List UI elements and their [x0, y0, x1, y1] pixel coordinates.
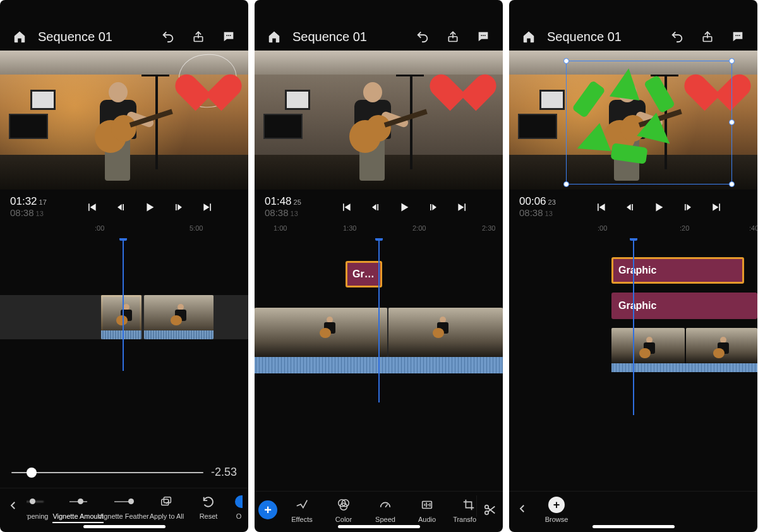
svg-rect-5: [164, 497, 171, 503]
play-icon[interactable]: [652, 200, 666, 214]
timeline[interactable]: Graphic Graphic: [509, 238, 757, 491]
svg-point-8: [483, 35, 484, 36]
step-back-icon[interactable]: [623, 200, 637, 214]
step-back-icon[interactable]: [368, 200, 382, 214]
video-clip[interactable]: [255, 308, 387, 357]
time-ruler[interactable]: 1:00 1:30 2:00 2:30: [255, 222, 503, 238]
svg-point-14: [484, 505, 488, 509]
skip-start-icon[interactable]: [85, 200, 99, 214]
step-forward-icon[interactable]: [426, 200, 440, 214]
video-clip[interactable]: [686, 328, 757, 363]
play-icon[interactable]: [143, 200, 157, 214]
playhead[interactable]: [378, 238, 380, 402]
tool-reset[interactable]: Reset: [188, 492, 229, 523]
tool-apply-to-all[interactable]: Apply to All: [146, 492, 188, 523]
plus-icon: +: [548, 497, 565, 513]
playhead[interactable]: [123, 238, 124, 371]
time-ruler[interactable]: :00 5:00: [0, 222, 248, 238]
video-clip[interactable]: [388, 308, 503, 357]
tool-overflow[interactable]: O: [229, 492, 248, 523]
back-button[interactable]: [0, 492, 27, 511]
timeline[interactable]: Gr…: [255, 238, 503, 491]
heart-icon: [186, 59, 231, 100]
tool-sharpening[interactable]: arpening: [27, 492, 56, 523]
tool-vignette-feather[interactable]: Vignette Feather: [100, 492, 146, 523]
svg-point-9: [484, 35, 486, 36]
svg-point-2: [228, 35, 229, 36]
skip-end-icon[interactable]: [201, 200, 215, 214]
duration-time: 08:38: [519, 207, 543, 218]
svg-point-1: [226, 35, 227, 36]
duration-time: 08:38: [265, 207, 289, 218]
comment-icon[interactable]: [728, 27, 747, 46]
home-indicator[interactable]: [83, 525, 165, 528]
step-forward-icon[interactable]: [172, 200, 186, 214]
selection-box[interactable]: [566, 61, 732, 184]
transport-bar: 01:3217 08:3813: [0, 190, 248, 222]
home-icon[interactable]: [519, 27, 538, 46]
undo-icon[interactable]: [413, 27, 432, 46]
playhead[interactable]: [633, 238, 634, 415]
split-button[interactable]: [476, 495, 503, 517]
play-icon[interactable]: [397, 200, 411, 214]
svg-point-18: [737, 35, 738, 36]
video-clip-selected[interactable]: [101, 295, 141, 339]
add-button[interactable]: +: [255, 495, 281, 519]
transport-bar: 00:0623 08:3813: [509, 190, 757, 222]
graphic-clip-label: Graphic: [618, 265, 656, 276]
add-fab-icon[interactable]: +: [258, 500, 277, 519]
current-time: 01:48: [265, 195, 292, 207]
sequence-title[interactable]: Sequence 01: [292, 30, 413, 44]
time-ruler[interactable]: :00 :20 :40: [509, 222, 757, 238]
skip-end-icon[interactable]: [710, 200, 724, 214]
tool-speed[interactable]: Speed: [364, 495, 406, 523]
timeline[interactable]: [0, 238, 248, 459]
svg-point-15: [484, 511, 488, 515]
heart-icon: [441, 59, 485, 100]
svg-point-19: [739, 35, 740, 36]
undo-icon[interactable]: [159, 27, 177, 46]
screenshot-panel-1: Sequence 01 01:3217 08:3813: [0, 0, 248, 532]
home-icon[interactable]: [10, 27, 29, 46]
video-clip[interactable]: [611, 328, 685, 363]
step-back-icon[interactable]: [114, 200, 128, 214]
screenshot-panel-2: Sequence 01 01:4825 08:3813: [255, 0, 503, 532]
skip-start-icon[interactable]: [594, 200, 608, 214]
video-preview[interactable]: [255, 51, 503, 190]
scissors-icon: [483, 503, 497, 517]
step-forward-icon[interactable]: [681, 200, 695, 214]
current-time: 01:32: [10, 195, 37, 207]
top-bar: Sequence 01: [255, 23, 503, 51]
vignette-amount-slider[interactable]: [11, 472, 203, 473]
tool-transform[interactable]: Transform: [448, 495, 476, 523]
bottom-panel: -2.53 arpening Vignette Amount Vignette …: [0, 459, 248, 532]
tool-vignette-amount[interactable]: Vignette Amount: [56, 492, 100, 523]
comment-icon[interactable]: [474, 27, 493, 46]
home-indicator[interactable]: [593, 525, 675, 528]
graphic-clip-selected[interactable]: Graphic: [611, 257, 744, 284]
back-button[interactable]: [509, 495, 536, 514]
share-icon[interactable]: [443, 27, 462, 46]
skip-end-icon[interactable]: [455, 200, 469, 214]
tool-color[interactable]: Color: [323, 495, 364, 523]
video-preview[interactable]: [509, 51, 757, 190]
tool-audio[interactable]: Audio: [406, 495, 448, 523]
current-time: 00:06: [519, 195, 546, 207]
tool-effects[interactable]: Effects: [281, 495, 323, 523]
sequence-title[interactable]: Sequence 01: [38, 30, 159, 44]
tool-browse[interactable]: + Browse: [536, 495, 577, 523]
share-icon[interactable]: [189, 27, 208, 46]
comment-icon[interactable]: [219, 27, 238, 46]
undo-icon[interactable]: [668, 27, 687, 46]
home-icon[interactable]: [265, 27, 284, 46]
skip-start-icon[interactable]: [339, 200, 353, 214]
video-clip[interactable]: [144, 295, 214, 339]
video-preview[interactable]: [0, 51, 248, 190]
sequence-title[interactable]: Sequence 01: [547, 30, 668, 44]
share-icon[interactable]: [698, 27, 717, 46]
graphic-clip-label: Gr…: [352, 269, 375, 280]
home-indicator[interactable]: [338, 525, 420, 528]
graphic-clip[interactable]: Gr…: [346, 261, 382, 287]
timecode: 00:0623 08:3813: [519, 196, 556, 218]
screenshot-panel-3: Sequence 01 00:0623 08:3813: [509, 0, 757, 532]
